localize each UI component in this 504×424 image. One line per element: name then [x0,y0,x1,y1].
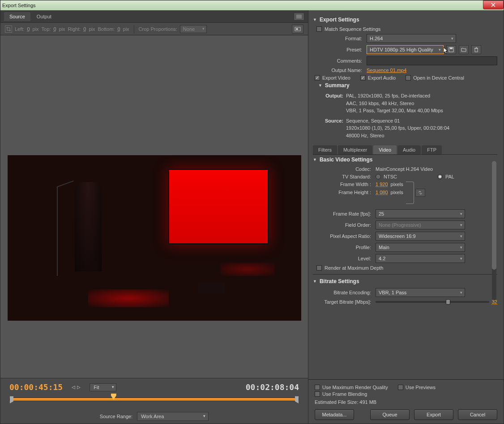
constrain-proportions-button[interactable] [415,189,425,197]
level-label: Level: [313,256,376,261]
use-max-render-checkbox[interactable] [315,385,320,390]
zoom-fit-dropdown[interactable]: Fit [90,383,116,391]
in-point-marker[interactable] [10,396,13,403]
source-range-label: Source Range: [100,414,132,419]
collapse-arrow-icon: ▼ [313,279,317,284]
summary-block: Output:PAL, 1920x1080, 25 fps, De-interl… [324,92,497,139]
collapse-arrow-icon: ▼ [313,157,317,162]
subtab-multiplexer[interactable]: Multiplexer [338,145,372,154]
open-device-central-checkbox[interactable] [406,75,411,81]
subtab-ftp[interactable]: FTP [422,145,442,154]
render-max-depth-checkbox[interactable] [316,265,322,271]
bitrate-settings-header[interactable]: ▼ Bitrate Settings [313,278,497,284]
match-sequence-checkbox[interactable] [316,26,322,32]
bitrate-encoding-label: Bitrate Encoding: [313,290,376,295]
chain-icon [418,191,423,195]
timecode-bar: 00:00:45:15 ◁ ▷ Fit 00:02:08:04 [0,378,308,396]
pal-radio[interactable] [437,174,443,179]
source-range-dropdown[interactable]: Work Area [137,412,209,421]
bitrate-encoding-dropdown[interactable]: VBR, 1 Pass [376,288,465,297]
set-out-button[interactable]: ▷ [77,385,81,390]
basic-video-settings-header[interactable]: ▼ Basic Video Settings [313,157,497,163]
output-aspect-button[interactable] [292,25,303,34]
metadata-button[interactable]: Metadata... [315,409,354,420]
profile-dropdown[interactable]: Main [376,243,465,252]
tv-standard-label: TV Standard: [313,174,376,179]
summary-header[interactable]: ▼ Summary [318,82,497,89]
crop-left-label: Left: [15,26,24,32]
match-sequence-label: Match Sequence Settings [325,26,380,32]
out-point-marker[interactable] [295,396,299,403]
preset-label: Preset: [313,47,367,52]
tab-source[interactable]: Source [4,12,30,21]
crop-top-value[interactable]: 0 [53,26,56,32]
format-dropdown[interactable]: H.264 [367,34,456,43]
export-button[interactable]: Export [414,409,453,420]
delete-preset-button[interactable] [471,45,481,54]
export-audio-checkbox[interactable] [360,75,366,81]
cancel-button[interactable]: Cancel [458,409,497,420]
source-output-tabs: Source Output [0,10,308,23]
bottom-controls: Use Maximum Render Quality Use Previews … [308,379,504,424]
level-dropdown[interactable]: 4.2 [376,254,465,263]
timeline-track[interactable] [9,398,299,401]
subtab-audio[interactable]: Audio [397,145,421,154]
close-button[interactable] [483,0,504,9]
par-dropdown[interactable]: Widescreen 16:9 [376,232,465,241]
frame-width-label: Frame Width : [313,182,376,187]
output-name-label: Output Name: [313,68,367,73]
use-previews-checkbox[interactable] [398,385,403,390]
collapse-arrow-icon: ▼ [313,17,317,22]
source-range-bar: Source Range: Work Area [0,409,308,424]
crop-bottom-value[interactable]: 0 [117,26,120,32]
svg-rect-1 [296,28,298,30]
subtab-video[interactable]: Video [373,145,397,154]
import-preset-button[interactable] [459,45,469,54]
crop-right-value[interactable]: 0 [83,26,86,32]
svg-rect-3 [450,47,453,49]
preview-panel: Source Output Left: 0 pix Top: 0 pix Rig… [0,10,308,424]
panel-menu-button[interactable] [294,13,304,21]
queue-button[interactable]: Queue [370,409,410,420]
ntsc-radio[interactable] [376,174,381,179]
estimated-size-value: 491 MB [359,399,376,405]
current-timecode[interactable]: 00:00:45:15 [9,382,63,392]
target-bitrate-label: Target Bitrate [Mbps]: [313,299,376,305]
crop-icon[interactable] [5,25,12,33]
preset-dropdown[interactable]: HDTV 1080p 25 High Quality [367,45,444,54]
target-bitrate-slider[interactable] [376,301,489,303]
comments-label: Comments: [313,58,367,64]
subtab-filters[interactable]: Filters [313,145,337,154]
duration-timecode: 00:02:08:04 [246,382,299,392]
crop-proportions-label: Crop Proportions: [139,26,177,32]
crop-bar: Left: 0 pix Top: 0 pix Right: 0 pix Bott… [0,23,308,35]
frame-height-label: Frame Height : [313,190,376,195]
field-order-dropdown[interactable]: None (Progressive) [376,220,465,229]
crop-proportions-dropdown[interactable]: None [180,25,207,33]
set-in-button[interactable]: ◁ [72,385,75,390]
in-out-markers: ◁ ▷ [72,385,81,390]
comments-input[interactable] [367,56,497,65]
export-settings-header[interactable]: ▼ Export Settings [313,17,497,23]
collapse-arrow-icon: ▼ [318,83,322,88]
settings-scrollbar[interactable] [492,161,496,300]
field-order-label: Field Order: [313,222,376,228]
export-video-checkbox[interactable] [315,75,320,81]
crop-left-value[interactable]: 0 [27,26,30,32]
output-name-link[interactable]: Sequence 01.mp4 [367,68,406,73]
estimated-size-label: Estimated File Size: [315,399,358,405]
video-preview[interactable] [8,155,301,321]
playhead[interactable] [111,394,116,400]
par-label: Pixel Aspect Ratio: [313,233,376,239]
timeline [0,396,308,409]
profile-label: Profile: [313,245,376,250]
frame-rate-dropdown[interactable]: 25 [376,209,465,218]
frame-height-value[interactable]: 1 080 [376,190,388,195]
codec-label: Codec: [313,166,376,172]
use-frame-blending-checkbox[interactable] [315,391,320,397]
crop-right-label: Right: [68,26,81,32]
tab-output[interactable]: Output [31,12,57,21]
dimension-link-bracket [406,182,414,204]
frame-width-value[interactable]: 1 920 [376,182,388,187]
save-preset-button[interactable] [446,45,456,54]
